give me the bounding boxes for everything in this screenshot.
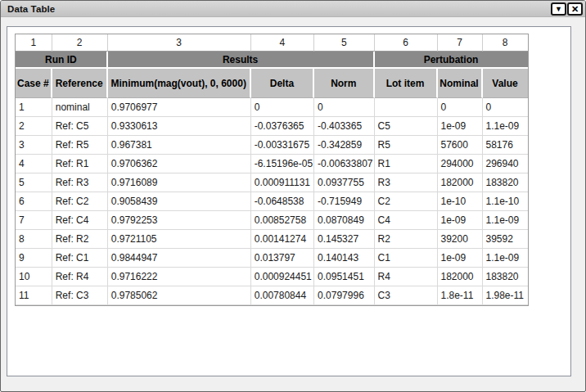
table-cell[interactable]: Ref: C5 (52, 117, 108, 136)
table-cell[interactable]: 1e-09 (438, 117, 483, 136)
table-cell[interactable]: Ref: R2 (52, 230, 108, 249)
column-number-3[interactable]: 3 (108, 34, 251, 52)
table-cell[interactable]: 1 (16, 98, 52, 117)
table-cell[interactable]: 10 (16, 268, 52, 286)
table-cell[interactable]: -0.403365 (314, 117, 374, 136)
table-cell[interactable]: -0.00331675 (251, 136, 314, 155)
table-cell[interactable]: 5 (16, 173, 52, 192)
table-row: 11Ref: C30.97850620.007808440.0797996C31… (16, 286, 528, 305)
column-number-6[interactable]: 6 (375, 34, 438, 52)
table-cell[interactable]: 0.9706362 (108, 155, 251, 173)
table-cell[interactable]: 0 (251, 98, 314, 117)
table-cell[interactable]: R5 (375, 136, 438, 155)
table-cell[interactable]: 0.9716089 (108, 173, 251, 192)
table-cell[interactable]: 0.9721105 (108, 230, 251, 249)
table-cell[interactable]: 0 (438, 98, 483, 117)
table-cell[interactable]: 9 (16, 249, 52, 268)
table-cell[interactable]: 0.967381 (108, 136, 251, 155)
table-cell[interactable]: 0 (483, 98, 528, 117)
table-cell[interactable]: Ref: R5 (52, 136, 108, 155)
table-cell[interactable]: R1 (375, 155, 438, 173)
table-cell[interactable]: 183820 (483, 268, 528, 286)
table-cell[interactable]: C2 (375, 192, 438, 211)
table-cell[interactable]: 0.00852758 (251, 211, 314, 230)
table-cell[interactable]: 11 (16, 286, 52, 305)
table-cell[interactable]: 0.0870849 (314, 211, 374, 230)
table-cell[interactable]: -6.15196e-05 (251, 155, 314, 173)
table-cell[interactable]: C4 (375, 211, 438, 230)
table-cell[interactable]: 0.9058439 (108, 192, 251, 211)
table-cell[interactable]: -0.00633807 (314, 155, 374, 173)
table-cell[interactable]: R4 (375, 268, 438, 286)
table-cell[interactable]: -0.0648538 (251, 192, 314, 211)
table-cell[interactable]: 8 (16, 230, 52, 249)
close-button[interactable]: ✕ (567, 2, 583, 16)
table-cell[interactable]: 0.140143 (314, 249, 374, 268)
table-cell[interactable]: 183820 (483, 173, 528, 192)
table-cell[interactable]: -0.715949 (314, 192, 374, 211)
table-cell[interactable]: 0.000924451 (251, 268, 314, 286)
table-cell[interactable]: 0.00141274 (251, 230, 314, 249)
column-number-2[interactable]: 2 (52, 34, 108, 52)
collapse-button[interactable]: ▼ (551, 2, 566, 16)
table-cell[interactable]: Ref: R1 (52, 155, 108, 173)
table-cell[interactable]: 0.9706977 (108, 98, 251, 117)
table-cell[interactable]: 39200 (438, 230, 483, 249)
table-cell[interactable]: 296940 (483, 155, 528, 173)
column-number-1[interactable]: 1 (16, 34, 52, 52)
table-cell[interactable]: 182000 (438, 173, 483, 192)
table-cell[interactable]: Ref: C3 (52, 286, 108, 305)
table-cell[interactable]: R3 (375, 173, 438, 192)
table-cell[interactable]: 0.0937755 (314, 173, 374, 192)
table-cell[interactable]: 182000 (438, 268, 483, 286)
table-cell[interactable]: 0.0797996 (314, 286, 374, 305)
column-number-4[interactable]: 4 (251, 34, 314, 52)
table-cell[interactable]: 0.145327 (314, 230, 374, 249)
table-cell[interactable]: Ref: C4 (52, 211, 108, 230)
table-cell[interactable]: Ref: R4 (52, 268, 108, 286)
table-cell[interactable]: 1e-09 (438, 249, 483, 268)
table-cell[interactable]: Ref: C1 (52, 249, 108, 268)
table-cell[interactable]: 1.1e-10 (483, 192, 528, 211)
table-cell[interactable]: 58176 (483, 136, 528, 155)
table-cell[interactable]: C5 (375, 117, 438, 136)
table-cell[interactable]: 294000 (438, 155, 483, 173)
table-cell[interactable]: 0.9785062 (108, 286, 251, 305)
table-cell[interactable]: 0.9716222 (108, 268, 251, 286)
column-number-7[interactable]: 7 (438, 34, 483, 52)
table-cell[interactable]: 0.9330613 (108, 117, 251, 136)
table-cell[interactable]: 1.8e-11 (438, 286, 483, 305)
window-titlebar[interactable]: Data Table ▼ ✕ (1, 1, 585, 17)
table-cell[interactable]: 57600 (438, 136, 483, 155)
table-cell[interactable]: 0 (314, 98, 374, 117)
table-cell[interactable]: R2 (375, 230, 438, 249)
table-cell[interactable]: 1.1e-09 (483, 117, 528, 136)
table-cell[interactable]: 0.0951451 (314, 268, 374, 286)
column-number-5[interactable]: 5 (314, 34, 374, 52)
table-cell[interactable] (375, 98, 438, 117)
table-cell[interactable]: 2 (16, 117, 52, 136)
table-cell[interactable]: Ref: C2 (52, 192, 108, 211)
table-cell[interactable]: 4 (16, 155, 52, 173)
table-cell[interactable]: Ref: R3 (52, 173, 108, 192)
table-cell[interactable]: -0.0376365 (251, 117, 314, 136)
table-cell[interactable]: 0.00780844 (251, 286, 314, 305)
table-cell[interactable]: 0.013797 (251, 249, 314, 268)
table-cell[interactable]: -0.342859 (314, 136, 374, 155)
table-cell[interactable]: 1.98e-11 (483, 286, 528, 305)
table-cell[interactable]: 1.1e-09 (483, 249, 528, 268)
table-cell[interactable]: 0.9792253 (108, 211, 251, 230)
table-cell[interactable]: 1e-10 (438, 192, 483, 211)
table-cell[interactable]: nominal (52, 98, 108, 117)
table-cell[interactable]: 1.1e-09 (483, 211, 528, 230)
table-cell[interactable]: C1 (375, 249, 438, 268)
table-cell[interactable]: 0.9844947 (108, 249, 251, 268)
table-cell[interactable]: 3 (16, 136, 52, 155)
table-cell[interactable]: 39592 (483, 230, 528, 249)
table-cell[interactable]: 6 (16, 192, 52, 211)
table-cell[interactable]: C3 (375, 286, 438, 305)
table-cell[interactable]: 1e-09 (438, 211, 483, 230)
column-number-8[interactable]: 8 (483, 34, 528, 52)
table-cell[interactable]: 0.000911131 (251, 173, 314, 192)
table-cell[interactable]: 7 (16, 211, 52, 230)
